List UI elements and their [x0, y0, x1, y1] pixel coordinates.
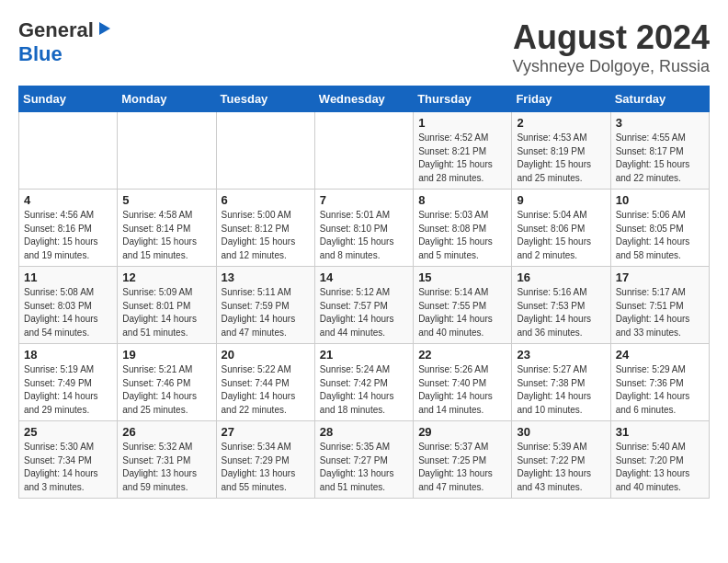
day-number: 30: [517, 425, 605, 439]
day-info: Sunrise: 5:06 AM Sunset: 8:05 PM Dayligh…: [616, 209, 704, 262]
calendar-subtitle: Vyshneye Dolgoye, Russia: [513, 57, 710, 76]
day-number: 28: [320, 425, 408, 439]
day-number: 23: [517, 348, 605, 362]
week-row-3: 11Sunrise: 5:08 AM Sunset: 8:03 PM Dayli…: [19, 267, 710, 344]
day-info: Sunrise: 5:19 AM Sunset: 7:49 PM Dayligh…: [24, 363, 112, 417]
calendar-cell: 13Sunrise: 5:11 AM Sunset: 7:59 PM Dayli…: [216, 267, 314, 344]
calendar-cell: 30Sunrise: 5:39 AM Sunset: 7:22 PM Dayli…: [512, 421, 610, 499]
day-number: 14: [320, 270, 408, 284]
calendar-cell: [216, 112, 314, 190]
calendar-cell: [19, 112, 118, 190]
day-number: 26: [122, 425, 210, 439]
calendar-cell: 5Sunrise: 4:58 AM Sunset: 8:14 PM Daylig…: [118, 190, 216, 267]
day-info: Sunrise: 5:27 AM Sunset: 7:38 PM Dayligh…: [517, 363, 605, 417]
day-info: Sunrise: 5:00 AM Sunset: 8:12 PM Dayligh…: [222, 209, 310, 262]
day-number: 2: [517, 116, 605, 130]
calendar-cell: 10Sunrise: 5:06 AM Sunset: 8:05 PM Dayli…: [610, 190, 709, 267]
header-monday: Monday: [118, 86, 216, 112]
day-info: Sunrise: 5:09 AM Sunset: 8:01 PM Dayligh…: [122, 286, 210, 339]
calendar-cell: 15Sunrise: 5:14 AM Sunset: 7:55 PM Dayli…: [414, 267, 512, 344]
week-row-2: 4Sunrise: 4:56 AM Sunset: 8:16 PM Daylig…: [19, 190, 710, 267]
calendar-cell: 1Sunrise: 4:52 AM Sunset: 8:21 PM Daylig…: [414, 112, 512, 190]
logo-arrow-icon: [96, 20, 112, 40]
day-info: Sunrise: 5:16 AM Sunset: 7:53 PM Dayligh…: [517, 286, 605, 339]
day-number: 6: [222, 193, 310, 207]
day-info: Sunrise: 5:29 AM Sunset: 7:36 PM Dayligh…: [616, 363, 704, 417]
day-info: Sunrise: 5:14 AM Sunset: 7:55 PM Dayligh…: [418, 286, 506, 339]
calendar-cell: 7Sunrise: 5:01 AM Sunset: 8:10 PM Daylig…: [314, 190, 413, 267]
week-row-5: 25Sunrise: 5:30 AM Sunset: 7:34 PM Dayli…: [19, 421, 710, 499]
day-number: 7: [320, 193, 408, 207]
calendar-cell: 21Sunrise: 5:24 AM Sunset: 7:42 PM Dayli…: [314, 344, 413, 421]
calendar-cell: 2Sunrise: 4:53 AM Sunset: 8:19 PM Daylig…: [512, 112, 610, 190]
day-number: 4: [24, 193, 112, 207]
calendar-body: 1Sunrise: 4:52 AM Sunset: 8:21 PM Daylig…: [19, 112, 710, 499]
day-info: Sunrise: 5:39 AM Sunset: 7:22 PM Dayligh…: [517, 441, 605, 494]
week-row-4: 18Sunrise: 5:19 AM Sunset: 7:49 PM Dayli…: [19, 344, 710, 421]
calendar-cell: 28Sunrise: 5:35 AM Sunset: 7:27 PM Dayli…: [314, 421, 413, 499]
week-row-1: 1Sunrise: 4:52 AM Sunset: 8:21 PM Daylig…: [19, 112, 710, 190]
day-number: 13: [222, 270, 310, 284]
calendar-cell: [118, 112, 216, 190]
day-info: Sunrise: 5:24 AM Sunset: 7:42 PM Dayligh…: [320, 363, 408, 417]
day-info: Sunrise: 5:11 AM Sunset: 7:59 PM Dayligh…: [222, 286, 310, 339]
calendar-cell: 23Sunrise: 5:27 AM Sunset: 7:38 PM Dayli…: [512, 344, 610, 421]
header-tuesday: Tuesday: [216, 86, 314, 112]
day-info: Sunrise: 5:17 AM Sunset: 7:51 PM Dayligh…: [616, 286, 704, 339]
day-number: 18: [24, 348, 112, 362]
calendar-cell: 24Sunrise: 5:29 AM Sunset: 7:36 PM Dayli…: [610, 344, 709, 421]
calendar-table: SundayMondayTuesdayWednesdayThursdayFrid…: [18, 86, 710, 499]
day-number: 21: [320, 348, 408, 362]
calendar-header-row: SundayMondayTuesdayWednesdayThursdayFrid…: [19, 86, 710, 112]
day-number: 12: [122, 270, 210, 284]
day-number: 16: [517, 270, 605, 284]
day-info: Sunrise: 5:30 AM Sunset: 7:34 PM Dayligh…: [24, 441, 112, 494]
day-info: Sunrise: 5:12 AM Sunset: 7:57 PM Dayligh…: [320, 286, 408, 339]
header-sunday: Sunday: [19, 86, 118, 112]
day-info: Sunrise: 5:22 AM Sunset: 7:44 PM Dayligh…: [222, 363, 310, 417]
day-number: 1: [418, 116, 506, 130]
header-wednesday: Wednesday: [314, 86, 413, 112]
calendar-cell: 29Sunrise: 5:37 AM Sunset: 7:25 PM Dayli…: [414, 421, 512, 499]
calendar-title: August 2024: [513, 18, 710, 57]
logo-text-general: General: [18, 18, 94, 42]
calendar-cell: 9Sunrise: 5:04 AM Sunset: 8:06 PM Daylig…: [512, 190, 610, 267]
svg-marker-0: [99, 22, 110, 35]
day-info: Sunrise: 5:34 AM Sunset: 7:29 PM Dayligh…: [222, 441, 310, 494]
calendar-cell: 6Sunrise: 5:00 AM Sunset: 8:12 PM Daylig…: [216, 190, 314, 267]
calendar-cell: 31Sunrise: 5:40 AM Sunset: 7:20 PM Dayli…: [610, 421, 709, 499]
day-number: 15: [418, 270, 506, 284]
calendar-cell: 17Sunrise: 5:17 AM Sunset: 7:51 PM Dayli…: [610, 267, 709, 344]
calendar-cell: 25Sunrise: 5:30 AM Sunset: 7:34 PM Dayli…: [19, 421, 118, 499]
day-number: 29: [418, 425, 506, 439]
day-number: 5: [122, 193, 210, 207]
day-number: 17: [616, 270, 704, 284]
day-info: Sunrise: 5:08 AM Sunset: 8:03 PM Dayligh…: [24, 286, 112, 339]
day-number: 8: [418, 193, 506, 207]
calendar-cell: 14Sunrise: 5:12 AM Sunset: 7:57 PM Dayli…: [314, 267, 413, 344]
day-info: Sunrise: 5:32 AM Sunset: 7:31 PM Dayligh…: [122, 441, 210, 494]
day-info: Sunrise: 5:21 AM Sunset: 7:46 PM Dayligh…: [122, 363, 210, 417]
day-number: 31: [616, 425, 704, 439]
day-number: 20: [222, 348, 310, 362]
day-info: Sunrise: 5:03 AM Sunset: 8:08 PM Dayligh…: [418, 209, 506, 262]
calendar-cell: 22Sunrise: 5:26 AM Sunset: 7:40 PM Dayli…: [414, 344, 512, 421]
calendar-cell: 18Sunrise: 5:19 AM Sunset: 7:49 PM Dayli…: [19, 344, 118, 421]
day-number: 10: [616, 193, 704, 207]
calendar-cell: 11Sunrise: 5:08 AM Sunset: 8:03 PM Dayli…: [19, 267, 118, 344]
calendar-cell: [314, 112, 413, 190]
header-thursday: Thursday: [414, 86, 512, 112]
day-info: Sunrise: 4:56 AM Sunset: 8:16 PM Dayligh…: [24, 209, 112, 262]
calendar-cell: 16Sunrise: 5:16 AM Sunset: 7:53 PM Dayli…: [512, 267, 610, 344]
day-info: Sunrise: 4:53 AM Sunset: 8:19 PM Dayligh…: [517, 132, 605, 185]
day-number: 9: [517, 193, 605, 207]
header-saturday: Saturday: [610, 86, 709, 112]
calendar-cell: 8Sunrise: 5:03 AM Sunset: 8:08 PM Daylig…: [414, 190, 512, 267]
calendar-cell: 12Sunrise: 5:09 AM Sunset: 8:01 PM Dayli…: [118, 267, 216, 344]
day-number: 3: [616, 116, 704, 130]
day-info: Sunrise: 4:52 AM Sunset: 8:21 PM Dayligh…: [418, 132, 506, 185]
calendar-cell: 20Sunrise: 5:22 AM Sunset: 7:44 PM Dayli…: [216, 344, 314, 421]
day-number: 24: [616, 348, 704, 362]
header-friday: Friday: [512, 86, 610, 112]
day-number: 19: [122, 348, 210, 362]
